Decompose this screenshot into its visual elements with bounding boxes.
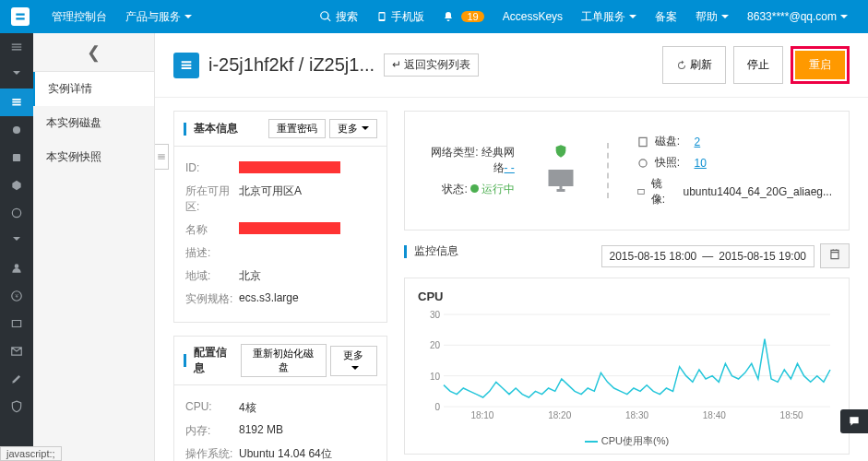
id-value-redacted <box>239 161 340 173</box>
mem-value: 8192 MB <box>239 423 375 439</box>
config-more-button[interactable]: 更多 <box>330 346 377 376</box>
sidebar: ❮ 实例详情 本实例磁盘 本实例快照 <box>33 33 155 461</box>
rail-item-4[interactable] <box>0 199 33 227</box>
access-keys-link[interactable]: AccessKeys <box>493 0 572 33</box>
time-sep: — <box>702 250 713 263</box>
svg-rect-6 <box>637 190 644 195</box>
rail-edit[interactable] <box>0 365 33 393</box>
mobile-link[interactable]: 手机版 <box>367 0 434 33</box>
config-info-panel: 配置信息 重新初始化磁盘 更多 CPU:4核 内存:8192 MB 操作系统:U… <box>173 336 387 461</box>
time-range-picker[interactable]: 2015-08-15 18:00 — 2015-08-15 19:00 <box>601 245 815 267</box>
rail-billing[interactable]: ¥ <box>0 282 33 310</box>
name-label: 名称 <box>185 222 239 238</box>
search-icon <box>319 10 332 23</box>
rail-item-5[interactable] <box>0 310 33 337</box>
rail-expand-2[interactable] <box>0 227 33 254</box>
spec-value: ecs.s3.large <box>239 291 375 307</box>
disk-label: 磁盘: <box>655 134 680 149</box>
desc-label: 描述: <box>185 245 239 261</box>
rail-item-1[interactable] <box>0 116 33 144</box>
refresh-icon <box>676 60 687 71</box>
tickets-menu[interactable]: 工单服务 <box>572 0 646 33</box>
net-type-label: 网络类型: <box>431 146 478 159</box>
cpu-label: CPU: <box>185 400 239 416</box>
notifications[interactable]: 19 <box>434 0 493 33</box>
rail-shield[interactable] <box>0 393 33 420</box>
reinit-disk-button[interactable]: 重新初始化磁盘 <box>241 344 327 377</box>
time-to: 2015-08-15 19:00 <box>719 250 806 263</box>
name-value-redacted <box>239 222 340 234</box>
products-menu[interactable]: 产品与服务 <box>116 0 201 33</box>
stop-button[interactable]: 停止 <box>733 46 783 84</box>
basic-info-panel: 基本信息 重置密码 更多 ID: 所在可用区:北京可用区A 名称 描述: 地域:… <box>173 111 387 323</box>
reset-password-button[interactable]: 重置密码 <box>268 119 326 138</box>
spec-label: 实例规格: <box>185 291 239 307</box>
monitor-icon <box>542 164 579 197</box>
divider <box>607 143 609 198</box>
top-bar: 管理控制台 产品与服务 搜索 手机版 19 AccessKeys 工单服务 备案… <box>0 0 868 33</box>
caret-down-icon <box>840 10 848 23</box>
snapshot-label: 快照: <box>655 155 680 171</box>
chart-legend: CPU使用率(%) <box>418 434 836 448</box>
overview-panel: 网络类型: 经典网络- - 状态:运行中 磁盘: 2 快照: 10 镜像: ub… <box>404 111 850 230</box>
sidebar-item-snapshot[interactable]: 本实例快照 <box>33 140 154 174</box>
svg-text:¥: ¥ <box>15 293 18 299</box>
rail-ecs[interactable] <box>0 89 33 116</box>
sidebar-back[interactable]: ❮ <box>33 33 154 72</box>
sidebar-item-disk[interactable]: 本实例磁盘 <box>33 106 154 140</box>
snapshot-icon <box>636 157 649 170</box>
snapshot-link[interactable]: 10 <box>695 157 707 170</box>
status-value: 运行中 <box>482 183 515 195</box>
image-label: 镜像: <box>651 176 669 207</box>
rail-item-2[interactable] <box>0 144 33 171</box>
svg-point-2 <box>12 208 20 217</box>
monitor-title: 监控信息 <box>414 243 458 259</box>
help-menu[interactable]: 帮助 <box>686 0 738 33</box>
console-link[interactable]: 管理控制台 <box>42 0 116 33</box>
id-label: ID: <box>185 161 239 176</box>
config-title: 配置信息 <box>194 345 237 376</box>
net-more-link[interactable]: - - <box>505 161 515 174</box>
calendar-button[interactable] <box>820 243 850 268</box>
cpu-chart-title: CPU <box>418 290 836 303</box>
cpu-chart: CPU 010203018:1018:2018:3018:4018:50 CPU… <box>404 278 850 455</box>
time-from: 2015-08-15 18:00 <box>610 250 697 263</box>
disk-link[interactable]: 2 <box>695 136 701 148</box>
phone-icon <box>376 10 387 23</box>
back-to-list[interactable]: ↵ 返回实例列表 <box>384 53 479 77</box>
instance-icon <box>173 53 199 78</box>
feedback-button[interactable] <box>840 409 868 433</box>
rail-menu[interactable] <box>0 33 33 61</box>
main: i-25j1hf2kf / iZ25j1... ↵ 返回实例列表 刷新 停止 重… <box>155 33 868 461</box>
icon-rail: ¥ <box>0 33 33 461</box>
chat-icon <box>847 415 862 428</box>
refresh-button[interactable]: 刷新 <box>662 46 726 84</box>
restart-button[interactable]: 重启 <box>795 51 845 79</box>
shield-icon <box>553 144 568 159</box>
rail-user[interactable] <box>0 254 33 282</box>
user-menu[interactable]: 8633****@qq.com <box>738 0 857 33</box>
logo[interactable] <box>11 7 30 26</box>
rail-mail[interactable] <box>0 337 33 365</box>
status-label: 状态: <box>442 183 467 195</box>
search-link[interactable]: 搜索 <box>310 0 367 33</box>
region-value: 北京 <box>239 268 375 284</box>
sidebar-toggle[interactable] <box>155 144 169 170</box>
zone-value: 北京可用区A <box>239 183 375 215</box>
basic-more-button[interactable]: 更多 <box>329 119 377 138</box>
disk-icon <box>636 136 649 148</box>
rail-item-3[interactable] <box>0 171 33 199</box>
cpu-value: 4核 <box>239 400 375 416</box>
restart-highlight: 重启 <box>791 46 850 84</box>
rail-expand[interactable] <box>0 61 33 89</box>
beian-link[interactable]: 备案 <box>646 0 686 33</box>
region-label: 地域: <box>185 268 239 284</box>
notify-badge: 19 <box>461 11 483 22</box>
sidebar-item-detail[interactable]: 实例详情 <box>33 72 154 106</box>
caret-down-icon <box>629 10 636 23</box>
svg-point-0 <box>13 126 20 134</box>
status-bar: javascript:; <box>0 446 62 461</box>
page-title: i-25j1hf2kf / iZ25j1... <box>208 54 375 76</box>
bell-icon <box>443 10 454 23</box>
image-value: ubuntu1404_64_20G_aliaeg... <box>684 185 832 198</box>
